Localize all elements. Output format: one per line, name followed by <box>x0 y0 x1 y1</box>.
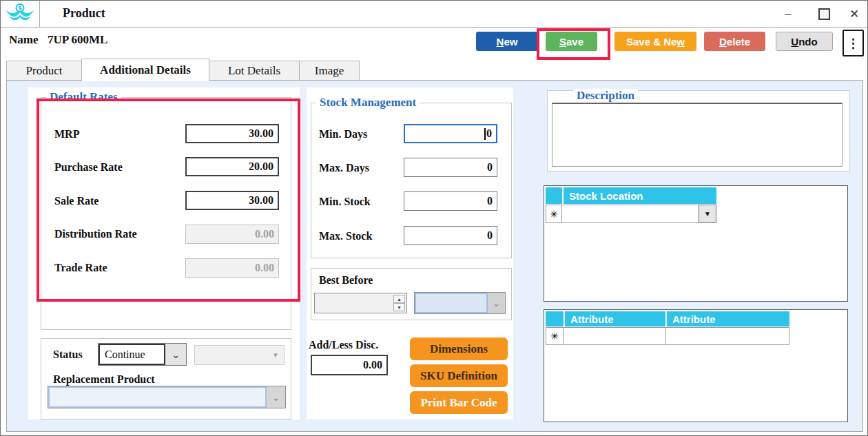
tab-lot-details[interactable]: Lot Details <box>209 61 300 81</box>
spinner-down-icon[interactable]: ▾ <box>393 303 405 311</box>
tab-additional-details[interactable]: Additional Details <box>81 59 209 81</box>
max-days-label: Max. Days <box>319 162 369 174</box>
best-before-label: Best Before <box>319 274 373 287</box>
mrp-input[interactable]: 30.00 <box>185 124 279 143</box>
purchase-rate-label: Purchase Rate <box>54 161 123 174</box>
max-stock-label: Max. Stock <box>319 230 372 242</box>
close-icon[interactable]: ✕ <box>844 5 865 23</box>
description-legend: Description <box>573 89 638 103</box>
chevron-down-icon: ⌄ <box>267 386 285 408</box>
max-days-input[interactable]: 0 <box>404 158 497 177</box>
tab-product[interactable]: Product <box>6 61 82 81</box>
status-label: Status <box>53 349 83 361</box>
product-name-value: 7UP 600ML <box>48 33 107 47</box>
replacement-product-combobox: ⌄ <box>48 386 286 408</box>
maximize-icon[interactable] <box>814 5 834 23</box>
new-row-marker[interactable]: ✳ <box>546 327 564 345</box>
attribute-column-header-2: Attribute <box>667 311 789 326</box>
min-days-label: Min. Days <box>319 128 367 141</box>
status-secondary-combobox: ▾ <box>194 345 285 365</box>
min-days-input[interactable]: 0 <box>404 124 497 143</box>
sale-rate-input[interactable]: 30.00 <box>185 191 279 210</box>
dimensions-button[interactable]: Dimensions <box>410 338 508 360</box>
undo-button[interactable]: Undo <box>776 32 833 51</box>
chevron-down-icon: ⌄ <box>165 344 186 365</box>
more-options-button[interactable]: ⋮ <box>843 30 864 56</box>
app-logo-icon: S <box>3 3 37 25</box>
best-before-unit-combobox: ⌄ <box>414 292 506 314</box>
window-title: Product <box>63 6 105 21</box>
purchase-rate-input[interactable]: 20.00 <box>185 157 279 176</box>
mrp-label: MRP <box>54 128 79 141</box>
sku-definition-button[interactable]: SKU Definition <box>410 364 508 387</box>
min-stock-label: Min. Stock <box>319 196 371 208</box>
spinner-up-icon[interactable]: ▴ <box>393 295 405 303</box>
status-combobox-value: Continue <box>99 344 165 365</box>
trade-rate-label: Trade Rate <box>54 262 107 274</box>
delete-button[interactable]: Delete <box>704 32 765 51</box>
more-options-icon: ⋮ <box>847 36 860 51</box>
save-button[interactable]: Save <box>546 32 597 51</box>
app-logo: S <box>1 1 40 27</box>
grid-corner-cell <box>546 187 562 204</box>
replacement-product-label: Replacement Product <box>53 373 155 386</box>
new-button[interactable]: New <box>476 32 538 51</box>
default-rates-legend: Default Rates <box>46 90 121 104</box>
titlebar-divider <box>1 27 867 28</box>
status-combobox[interactable]: Continue ⌄ <box>98 343 187 366</box>
best-before-spinner: ▴ ▾ <box>314 293 407 313</box>
stock-location-cell[interactable] <box>561 205 699 223</box>
max-stock-input[interactable]: 0 <box>404 226 497 245</box>
name-label: Name <box>9 33 38 47</box>
trade-rate-input: 0.00 <box>185 258 279 278</box>
stock-location-dropdown-icon[interactable]: ▼ <box>699 205 716 223</box>
min-stock-input[interactable]: 0 <box>404 191 497 211</box>
stock-location-grid: Stock Location ✳ ▼ <box>544 185 848 302</box>
save-and-new-button[interactable]: Save & New <box>614 32 696 51</box>
attribute-cell-1[interactable] <box>563 327 666 345</box>
text-cursor <box>484 128 486 140</box>
add-less-disc-label: Add/Less Disc. <box>309 339 378 351</box>
tab-image[interactable]: Image <box>299 61 360 81</box>
chevron-down-icon: ⌄ <box>488 293 505 313</box>
product-window: S Product – ✕ Name 7UP 600ML New Save Sa… <box>0 0 868 436</box>
sale-rate-label: Sale Rate <box>54 195 99 207</box>
add-less-disc-input[interactable]: 0.00 <box>311 355 388 375</box>
minimize-icon[interactable]: – <box>778 5 798 23</box>
description-textarea[interactable] <box>552 103 843 167</box>
attribute-cell-2[interactable] <box>665 327 789 345</box>
attribute-grid: Attribute Attribute ✳ <box>544 309 848 422</box>
attribute-column-header-1: Attribute <box>565 311 665 326</box>
stock-management-legend: Stock Management <box>316 96 420 110</box>
distribution-rate-label: Distribution Rate <box>54 228 137 240</box>
new-row-marker[interactable]: ✳ <box>546 205 562 223</box>
distribution-rate-input: 0.00 <box>185 225 279 244</box>
svg-text:S: S <box>18 5 21 12</box>
grid-corner-cell <box>546 311 564 326</box>
chevron-down-icon: ▾ <box>267 346 284 364</box>
print-bar-code-button[interactable]: Print Bar Code <box>410 391 508 414</box>
stock-location-column-header: Stock Location <box>564 187 716 204</box>
